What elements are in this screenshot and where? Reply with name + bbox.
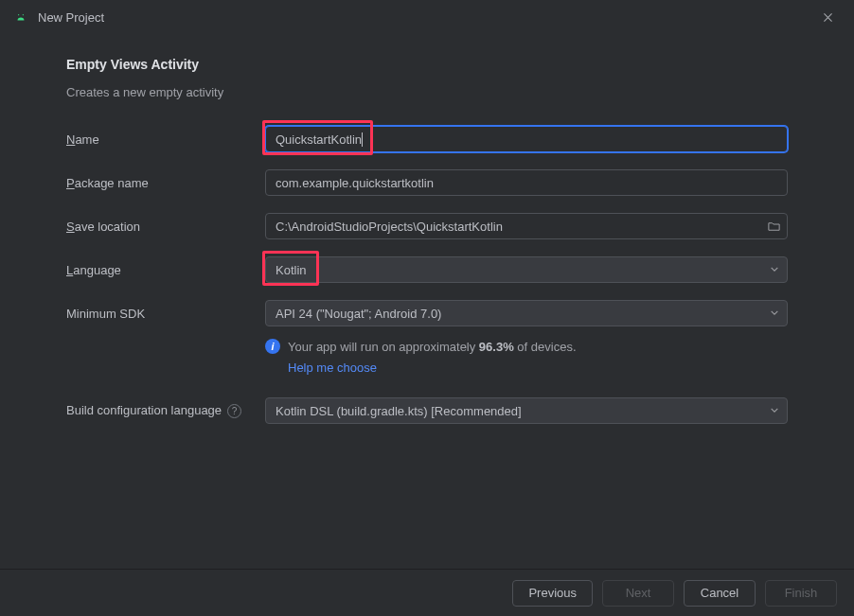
help-me-choose-link[interactable]: Help me choose — [288, 359, 377, 378]
buildcfg-label: Build configuration language? — [66, 403, 265, 418]
page-heading: Empty Views Activity — [66, 57, 788, 72]
window-title: New Project — [38, 10, 104, 25]
finish-button[interactable]: Finish — [765, 580, 837, 607]
page-subtitle: Creates a new empty activity — [66, 85, 788, 99]
browse-folder-button[interactable] — [765, 218, 782, 235]
close-button[interactable] — [814, 4, 841, 30]
minsdk-label: Minimum SDK — [66, 307, 265, 321]
language-dropdown[interactable]: Kotlin — [265, 256, 788, 283]
previous-button[interactable]: Previous — [512, 580, 593, 607]
app-icon — [13, 9, 28, 25]
buildcfg-value: Kotlin DSL (build.gradle.kts) [Recommend… — [276, 404, 522, 418]
close-icon — [822, 11, 834, 24]
language-value: Kotlin — [276, 263, 307, 277]
language-label: Language — [66, 263, 265, 277]
footer: Previous Next Cancel Finish — [0, 569, 854, 616]
buildcfg-dropdown[interactable]: Kotlin DSL (build.gradle.kts) [Recommend… — [265, 397, 788, 424]
chevron-down-icon — [770, 404, 779, 418]
chevron-down-icon — [770, 307, 779, 321]
cancel-button[interactable]: Cancel — [684, 580, 756, 607]
help-icon[interactable]: ? — [227, 404, 241, 418]
title-bar: New Project — [0, 0, 854, 34]
name-label: Name — [66, 132, 265, 147]
minsdk-value: API 24 ("Nougat"; Android 7.0) — [276, 307, 441, 321]
device-compat-info: Your app will run on approximately 96.3%… — [288, 338, 577, 377]
folder-icon — [767, 220, 781, 234]
name-input-value: QuickstartKotlin — [276, 132, 362, 147]
name-input[interactable]: QuickstartKotlin — [265, 126, 788, 152]
info-icon: i — [265, 339, 280, 354]
save-location-input[interactable] — [265, 213, 788, 239]
save-location-label: Save location — [66, 220, 265, 234]
next-button[interactable]: Next — [602, 580, 674, 607]
package-label: Package name — [66, 176, 265, 190]
package-input[interactable] — [265, 169, 788, 196]
chevron-down-icon — [770, 263, 779, 277]
minsdk-dropdown[interactable]: API 24 ("Nougat"; Android 7.0) — [265, 300, 788, 326]
